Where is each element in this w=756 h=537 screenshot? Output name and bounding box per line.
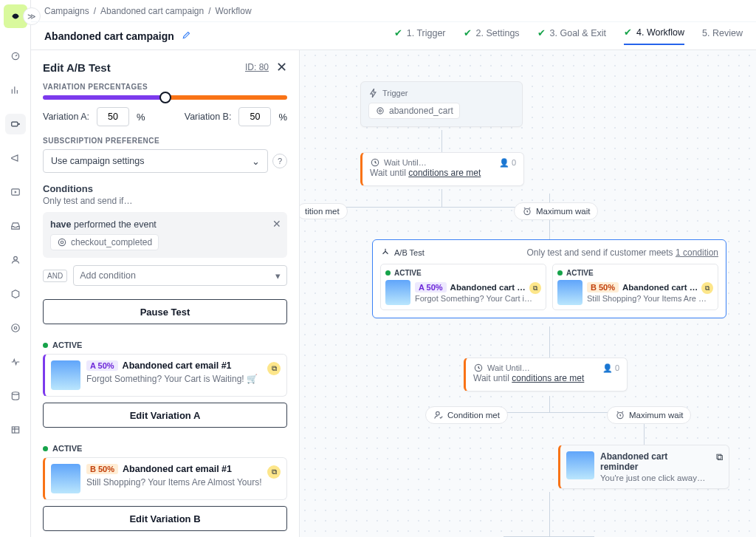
svg-point-7 (12, 392, 18, 395)
wizard-steps: ✔1. Trigger ✔2. Settings ✔3. Goal & Exit… (394, 27, 743, 45)
copy-icon-a[interactable]: ⧉ (267, 362, 281, 375)
alarm-icon (615, 410, 625, 420)
logo-icon (10, 11, 21, 21)
trigger-event-chip[interactable]: abandoned_cart (368, 103, 460, 119)
nav-people-icon[interactable] (5, 250, 26, 270)
remove-condition-icon[interactable]: ✕ (272, 218, 281, 230)
edit-panel: Edit A/B Test ID: 80 ✕ VARIATION PERCENT… (31, 50, 300, 537)
wait-node-2[interactable]: Wait Until… 👤 0 Wait until conditions ar… (464, 358, 628, 391)
target-icon (57, 237, 67, 247)
variation-a-card[interactable]: A 50% Abandoned cart email #1 Forgot Som… (43, 354, 287, 397)
var-b-input[interactable] (238, 107, 271, 126)
svg-point-5 (14, 326, 17, 329)
ab-test-node[interactable]: A/B Test Only test and send if customer … (372, 239, 726, 318)
thumb-a (385, 280, 410, 305)
add-condition-select[interactable]: Add condition▾ (73, 265, 287, 286)
step-goal[interactable]: ✔3. Goal & Exit (537, 27, 606, 44)
nav-database-icon[interactable] (5, 386, 26, 406)
panel-title: Edit A/B Test (43, 61, 111, 74)
step-workflow[interactable]: ✔4. Workflow (624, 27, 684, 45)
page-title: Abandoned cart campaign (44, 30, 174, 42)
edit-title-icon[interactable] (182, 30, 192, 42)
pause-test-button[interactable]: Pause Test (43, 299, 287, 324)
subscription-select[interactable]: Use campaign settings ⌄ (43, 149, 268, 173)
var-b-subject: Still Shopping? Your Items Are Almost Yo… (86, 477, 281, 488)
branch-condition-met-cut[interactable]: tition met (300, 203, 348, 219)
wait-count: 👤 0 (499, 157, 516, 168)
close-icon[interactable]: ✕ (276, 59, 287, 75)
var-a-title: Abandoned cart email #1 (123, 360, 232, 371)
ab-condition-link[interactable]: 1 condition (676, 247, 718, 258)
branch-maximum-wait-1[interactable]: Maximum wait (514, 202, 598, 220)
crumb-workflow[interactable]: Workflow (216, 6, 252, 16)
subheader: Abandoned cart campaign ✔1. Trigger ✔2. … (31, 22, 756, 50)
svg-point-16 (436, 411, 440, 415)
nav-cube-icon[interactable] (5, 284, 26, 304)
wait-node-1[interactable]: Wait Until… 👤 0 Wait until conditions ar… (360, 152, 524, 186)
workflow-canvas[interactable]: Trigger abandoned_cart Wait Until… 👤 0 W… (300, 50, 756, 537)
step-settings[interactable]: ✔2. Settings (464, 27, 520, 44)
conditions-heading: Conditions (43, 183, 287, 194)
svg-point-2 (18, 123, 19, 125)
nav-dashboard-icon[interactable] (5, 46, 26, 66)
var-a-label: Variation A: (43, 112, 89, 122)
step-review[interactable]: 5. Review (702, 28, 743, 44)
condition-block: ✕ have performed the event checkout_comp… (43, 212, 287, 258)
subscription-pref-label: SUBSCRIPTION PREFERENCE (43, 137, 287, 145)
var-a-subject: Forgot Something? Your Cart is Waiting! … (86, 374, 281, 384)
nav-inbox-icon[interactable] (5, 216, 26, 236)
email-thumbnail-b (51, 464, 80, 493)
ab-card-b[interactable]: ACTIVE B 50% Abandoned cart … Still Shop… (552, 264, 718, 310)
nav-table-icon[interactable] (5, 420, 26, 440)
ab-card-a[interactable]: ACTIVE A 50% Abandoned cart … Forgot Som… (380, 264, 546, 310)
and-operator: AND (43, 270, 67, 282)
copy-small-b[interactable]: ⧉ (701, 282, 713, 294)
nav-campaigns-icon[interactable] (5, 114, 26, 134)
slider-thumb[interactable] (159, 92, 171, 103)
target-icon (375, 106, 385, 116)
var-b-title: Abandoned cart email #1 (123, 464, 232, 474)
nav-settings-icon[interactable] (5, 318, 26, 338)
nav-analytics-icon[interactable] (5, 80, 26, 100)
branch-maximum-wait-2[interactable]: Maximum wait (607, 406, 691, 424)
conditions-subtext: Only test and send if… (43, 196, 287, 206)
svg-point-9 (58, 239, 65, 245)
bolt-icon (368, 88, 379, 98)
nav-media-icon[interactable] (5, 182, 26, 202)
nav-activity-icon[interactable] (5, 352, 26, 372)
variation-b-card[interactable]: B 50% Abandoned cart email #1 Still Shop… (43, 457, 287, 500)
svg-rect-1 (11, 122, 17, 126)
check-user-icon (433, 410, 444, 420)
branch-condition-met-2[interactable]: Condition met (425, 406, 508, 424)
edit-variation-b-button[interactable]: Edit Variation B (43, 506, 287, 531)
chevron-down-icon: ⌄ (252, 156, 260, 167)
variation-slider[interactable] (43, 95, 287, 100)
split-icon (380, 247, 391, 258)
clock-icon (473, 363, 484, 373)
reminder-thumb (566, 451, 594, 479)
svg-point-11 (377, 108, 383, 114)
svg-point-12 (379, 110, 382, 112)
crumb-campaign-name[interactable]: Abandoned cart campaign (100, 6, 204, 16)
trigger-node[interactable]: Trigger abandoned_cart (360, 81, 523, 127)
id-link[interactable]: ID: 80 (245, 62, 269, 72)
nav-megaphone-icon[interactable] (5, 148, 26, 168)
email-thumbnail-a (51, 360, 80, 390)
copy-small-a[interactable]: ⧉ (529, 282, 541, 294)
svg-rect-8 (12, 427, 18, 433)
alarm-icon (522, 206, 532, 216)
step-trigger[interactable]: ✔1. Trigger (394, 27, 446, 44)
status-active-b: ACTIVE (52, 444, 82, 453)
clock-icon (370, 157, 380, 168)
var-a-input[interactable] (97, 107, 129, 126)
copy-icon-b[interactable]: ⧉ (267, 465, 281, 479)
edit-variation-a-button[interactable]: Edit Variation A (43, 403, 287, 428)
copy-rem[interactable]: ⧉ (716, 451, 723, 463)
crumb-campaigns[interactable]: Campaigns (44, 6, 89, 16)
badge-a: A 50% (86, 360, 118, 371)
reminder-email-node[interactable]: Abandoned cart reminder You're just one … (558, 445, 729, 489)
help-icon[interactable]: ? (272, 154, 287, 168)
svg-point-6 (11, 324, 19, 332)
breadcrumb: Campaigns / Abandoned cart campaign / Wo… (31, 0, 756, 22)
event-chip[interactable]: checkout_completed (50, 234, 159, 250)
